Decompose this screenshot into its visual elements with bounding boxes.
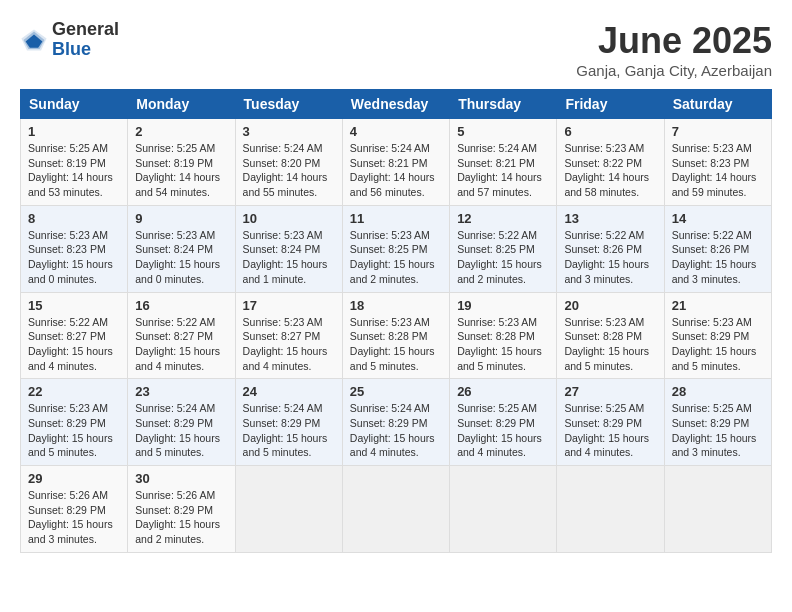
calendar-cell xyxy=(450,466,557,553)
day-number: 30 xyxy=(135,471,227,486)
day-number: 3 xyxy=(243,124,335,139)
calendar-week-2: 8 Sunrise: 5:23 AMSunset: 8:23 PMDayligh… xyxy=(21,205,772,292)
calendar-header-row: SundayMondayTuesdayWednesdayThursdayFrid… xyxy=(21,90,772,119)
day-info: Sunrise: 5:25 AMSunset: 8:29 PMDaylight:… xyxy=(564,402,649,458)
calendar-cell: 18 Sunrise: 5:23 AMSunset: 8:28 PMDaylig… xyxy=(342,292,449,379)
day-number: 25 xyxy=(350,384,442,399)
day-info: Sunrise: 5:23 AMSunset: 8:29 PMDaylight:… xyxy=(672,316,757,372)
day-info: Sunrise: 5:24 AMSunset: 8:21 PMDaylight:… xyxy=(350,142,435,198)
calendar-cell: 27 Sunrise: 5:25 AMSunset: 8:29 PMDaylig… xyxy=(557,379,664,466)
calendar-cell: 4 Sunrise: 5:24 AMSunset: 8:21 PMDayligh… xyxy=(342,119,449,206)
header-sunday: Sunday xyxy=(21,90,128,119)
calendar-cell: 15 Sunrise: 5:22 AMSunset: 8:27 PMDaylig… xyxy=(21,292,128,379)
logo-general: General xyxy=(52,20,119,40)
header-monday: Monday xyxy=(128,90,235,119)
day-info: Sunrise: 5:25 AMSunset: 8:19 PMDaylight:… xyxy=(135,142,220,198)
day-number: 24 xyxy=(243,384,335,399)
logo-blue: Blue xyxy=(52,40,119,60)
day-number: 20 xyxy=(564,298,656,313)
calendar-cell: 23 Sunrise: 5:24 AMSunset: 8:29 PMDaylig… xyxy=(128,379,235,466)
calendar-table: SundayMondayTuesdayWednesdayThursdayFrid… xyxy=(20,89,772,553)
calendar-cell: 19 Sunrise: 5:23 AMSunset: 8:28 PMDaylig… xyxy=(450,292,557,379)
day-info: Sunrise: 5:26 AMSunset: 8:29 PMDaylight:… xyxy=(135,489,220,545)
day-number: 4 xyxy=(350,124,442,139)
day-info: Sunrise: 5:25 AMSunset: 8:19 PMDaylight:… xyxy=(28,142,113,198)
calendar-week-4: 22 Sunrise: 5:23 AMSunset: 8:29 PMDaylig… xyxy=(21,379,772,466)
calendar-cell xyxy=(664,466,771,553)
calendar-cell: 9 Sunrise: 5:23 AMSunset: 8:24 PMDayligh… xyxy=(128,205,235,292)
calendar-cell: 7 Sunrise: 5:23 AMSunset: 8:23 PMDayligh… xyxy=(664,119,771,206)
calendar-cell: 17 Sunrise: 5:23 AMSunset: 8:27 PMDaylig… xyxy=(235,292,342,379)
calendar-cell: 29 Sunrise: 5:26 AMSunset: 8:29 PMDaylig… xyxy=(21,466,128,553)
day-number: 17 xyxy=(243,298,335,313)
day-number: 26 xyxy=(457,384,549,399)
calendar-cell: 11 Sunrise: 5:23 AMSunset: 8:25 PMDaylig… xyxy=(342,205,449,292)
calendar-week-5: 29 Sunrise: 5:26 AMSunset: 8:29 PMDaylig… xyxy=(21,466,772,553)
calendar-week-1: 1 Sunrise: 5:25 AMSunset: 8:19 PMDayligh… xyxy=(21,119,772,206)
calendar-cell: 13 Sunrise: 5:22 AMSunset: 8:26 PMDaylig… xyxy=(557,205,664,292)
header-saturday: Saturday xyxy=(664,90,771,119)
calendar-cell: 3 Sunrise: 5:24 AMSunset: 8:20 PMDayligh… xyxy=(235,119,342,206)
day-info: Sunrise: 5:23 AMSunset: 8:28 PMDaylight:… xyxy=(457,316,542,372)
day-number: 14 xyxy=(672,211,764,226)
day-number: 28 xyxy=(672,384,764,399)
calendar-cell: 2 Sunrise: 5:25 AMSunset: 8:19 PMDayligh… xyxy=(128,119,235,206)
calendar-cell: 30 Sunrise: 5:26 AMSunset: 8:29 PMDaylig… xyxy=(128,466,235,553)
day-info: Sunrise: 5:22 AMSunset: 8:27 PMDaylight:… xyxy=(28,316,113,372)
calendar-cell: 8 Sunrise: 5:23 AMSunset: 8:23 PMDayligh… xyxy=(21,205,128,292)
day-number: 23 xyxy=(135,384,227,399)
day-info: Sunrise: 5:23 AMSunset: 8:23 PMDaylight:… xyxy=(672,142,757,198)
logo-text: General Blue xyxy=(52,20,119,60)
day-number: 18 xyxy=(350,298,442,313)
day-info: Sunrise: 5:22 AMSunset: 8:26 PMDaylight:… xyxy=(564,229,649,285)
month-title: June 2025 xyxy=(576,20,772,62)
day-number: 11 xyxy=(350,211,442,226)
day-number: 12 xyxy=(457,211,549,226)
day-info: Sunrise: 5:23 AMSunset: 8:29 PMDaylight:… xyxy=(28,402,113,458)
calendar-cell: 16 Sunrise: 5:22 AMSunset: 8:27 PMDaylig… xyxy=(128,292,235,379)
day-number: 5 xyxy=(457,124,549,139)
calendar-cell: 26 Sunrise: 5:25 AMSunset: 8:29 PMDaylig… xyxy=(450,379,557,466)
day-info: Sunrise: 5:23 AMSunset: 8:24 PMDaylight:… xyxy=(243,229,328,285)
header-tuesday: Tuesday xyxy=(235,90,342,119)
day-info: Sunrise: 5:23 AMSunset: 8:22 PMDaylight:… xyxy=(564,142,649,198)
calendar-cell: 6 Sunrise: 5:23 AMSunset: 8:22 PMDayligh… xyxy=(557,119,664,206)
day-info: Sunrise: 5:22 AMSunset: 8:27 PMDaylight:… xyxy=(135,316,220,372)
calendar-cell: 20 Sunrise: 5:23 AMSunset: 8:28 PMDaylig… xyxy=(557,292,664,379)
day-number: 16 xyxy=(135,298,227,313)
header-wednesday: Wednesday xyxy=(342,90,449,119)
day-number: 8 xyxy=(28,211,120,226)
day-info: Sunrise: 5:24 AMSunset: 8:21 PMDaylight:… xyxy=(457,142,542,198)
title-block: June 2025 Ganja, Ganja City, Azerbaijan xyxy=(576,20,772,79)
calendar-cell: 24 Sunrise: 5:24 AMSunset: 8:29 PMDaylig… xyxy=(235,379,342,466)
day-info: Sunrise: 5:23 AMSunset: 8:28 PMDaylight:… xyxy=(564,316,649,372)
calendar-cell: 25 Sunrise: 5:24 AMSunset: 8:29 PMDaylig… xyxy=(342,379,449,466)
day-number: 2 xyxy=(135,124,227,139)
day-info: Sunrise: 5:23 AMSunset: 8:23 PMDaylight:… xyxy=(28,229,113,285)
day-info: Sunrise: 5:24 AMSunset: 8:29 PMDaylight:… xyxy=(350,402,435,458)
day-info: Sunrise: 5:25 AMSunset: 8:29 PMDaylight:… xyxy=(672,402,757,458)
logo: General Blue xyxy=(20,20,119,60)
calendar-cell: 14 Sunrise: 5:22 AMSunset: 8:26 PMDaylig… xyxy=(664,205,771,292)
calendar-cell: 5 Sunrise: 5:24 AMSunset: 8:21 PMDayligh… xyxy=(450,119,557,206)
day-info: Sunrise: 5:26 AMSunset: 8:29 PMDaylight:… xyxy=(28,489,113,545)
calendar-cell: 21 Sunrise: 5:23 AMSunset: 8:29 PMDaylig… xyxy=(664,292,771,379)
day-number: 22 xyxy=(28,384,120,399)
subtitle: Ganja, Ganja City, Azerbaijan xyxy=(576,62,772,79)
day-number: 9 xyxy=(135,211,227,226)
day-number: 19 xyxy=(457,298,549,313)
day-number: 15 xyxy=(28,298,120,313)
day-number: 1 xyxy=(28,124,120,139)
day-number: 10 xyxy=(243,211,335,226)
day-info: Sunrise: 5:23 AMSunset: 8:28 PMDaylight:… xyxy=(350,316,435,372)
calendar-cell: 10 Sunrise: 5:23 AMSunset: 8:24 PMDaylig… xyxy=(235,205,342,292)
page-header: General Blue June 2025 Ganja, Ganja City… xyxy=(20,20,772,79)
day-number: 13 xyxy=(564,211,656,226)
calendar-cell xyxy=(342,466,449,553)
day-info: Sunrise: 5:23 AMSunset: 8:25 PMDaylight:… xyxy=(350,229,435,285)
day-number: 21 xyxy=(672,298,764,313)
calendar-week-3: 15 Sunrise: 5:22 AMSunset: 8:27 PMDaylig… xyxy=(21,292,772,379)
calendar-cell: 22 Sunrise: 5:23 AMSunset: 8:29 PMDaylig… xyxy=(21,379,128,466)
day-number: 29 xyxy=(28,471,120,486)
day-info: Sunrise: 5:24 AMSunset: 8:20 PMDaylight:… xyxy=(243,142,328,198)
